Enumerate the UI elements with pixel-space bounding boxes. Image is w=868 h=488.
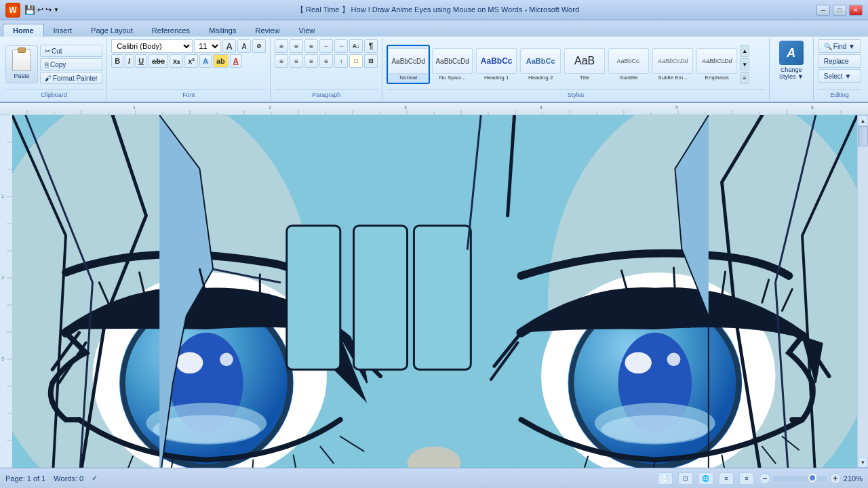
- replace-button[interactable]: Replace: [818, 54, 861, 68]
- maximize-button[interactable]: □: [833, 5, 846, 16]
- zoom-out-button[interactable]: −: [760, 473, 770, 484]
- view-print-button[interactable]: 📄: [658, 472, 673, 485]
- change-styles-button[interactable]: A ChangeStyles ▼: [774, 39, 809, 81]
- style-subtitle-label: Subtitle: [620, 75, 638, 81]
- multilevel-button[interactable]: ≡: [304, 39, 318, 53]
- highlight-button[interactable]: ab: [213, 54, 229, 68]
- minimize-button[interactable]: ─: [816, 5, 830, 16]
- copy-button[interactable]: ⎘Copy: [40, 58, 102, 70]
- scroll-track[interactable]: [858, 126, 868, 457]
- undo-btn[interactable]: ↩: [37, 5, 43, 14]
- tab-view[interactable]: View: [290, 24, 325, 37]
- window-controls: ─ □ ✕: [816, 5, 863, 16]
- style-title[interactable]: AaB Title: [563, 45, 606, 84]
- font-color-button[interactable]: A: [230, 54, 242, 68]
- view-web-button[interactable]: 🌐: [698, 472, 713, 485]
- svg-point-64: [220, 352, 233, 366]
- style-heading1[interactable]: AaBbCc Heading 1: [475, 45, 518, 84]
- style-subtitle[interactable]: AaBbCc. Subtitle: [607, 45, 650, 84]
- sort-button[interactable]: A↓: [349, 39, 363, 53]
- style-normal[interactable]: AaBbCcDd Normal: [387, 45, 430, 84]
- paste-button[interactable]: Paste: [5, 45, 38, 83]
- grow-font-button[interactable]: A: [222, 39, 236, 53]
- svg-rect-75: [354, 226, 408, 369]
- svg-point-63: [176, 352, 203, 374]
- svg-point-66: [153, 415, 260, 444]
- justify-button[interactable]: ≡: [319, 54, 333, 68]
- quick-access-dropdown[interactable]: ▼: [54, 7, 59, 13]
- strikethrough-button[interactable]: abc: [149, 54, 168, 68]
- style-subtle-em[interactable]: AaBbCcDd Subtle Em...: [651, 45, 694, 84]
- change-styles-label: ChangeStyles ▼: [779, 66, 804, 80]
- font-family-select[interactable]: Calibri (Body): [111, 39, 193, 53]
- zoom-controls: − + 210%: [760, 473, 863, 484]
- tab-mailings[interactable]: Mailings: [199, 24, 245, 37]
- select-button[interactable]: Select ▼: [818, 69, 861, 83]
- style-subtitle-preview: AaBbCc.: [608, 48, 649, 74]
- shrink-font-button[interactable]: A: [237, 39, 251, 53]
- save-quick-btn[interactable]: 💾: [24, 5, 35, 15]
- line-spacing-button[interactable]: ↕: [334, 54, 348, 68]
- style-heading2[interactable]: AaBbCc Heading 2: [519, 45, 562, 84]
- editing-actions: 🔍Find ▼ Replace Select ▼: [818, 39, 861, 83]
- superscript-button[interactable]: x²: [184, 54, 198, 68]
- tab-references[interactable]: References: [142, 24, 199, 37]
- styles-scroll: ▲ ▼ ≡: [740, 45, 749, 84]
- svg-point-71: [667, 352, 681, 366]
- style-subtle-em-preview: AaBbCcDd: [652, 48, 693, 74]
- zoom-slider[interactable]: [773, 476, 827, 481]
- svg-text:1: 1: [1, 194, 4, 199]
- decrease-indent-button[interactable]: ←: [319, 39, 333, 53]
- show-hide-button[interactable]: ¶: [364, 39, 378, 53]
- styles-more[interactable]: ≡: [740, 72, 749, 84]
- align-right-button[interactable]: ≡: [304, 54, 318, 68]
- style-no-spacing[interactable]: AaBbCcDd No Spaci...: [431, 45, 474, 84]
- tab-review[interactable]: Review: [245, 24, 289, 37]
- tab-home[interactable]: Home: [3, 24, 44, 37]
- font-size-select[interactable]: 11: [194, 39, 221, 53]
- style-emphasis[interactable]: AaBbCcDd Emphasis: [695, 45, 738, 84]
- zoom-in-button[interactable]: +: [830, 473, 841, 484]
- cut-button[interactable]: ✂Cut: [40, 45, 102, 57]
- italic-button[interactable]: I: [125, 54, 134, 68]
- editing-group: 🔍Find ▼ Replace Select ▼ Editing: [815, 38, 865, 100]
- bullets-button[interactable]: ≡: [275, 39, 288, 53]
- clipboard-label: Clipboard: [5, 89, 102, 99]
- styles-group: AaBbCcDd Normal AaBbCcDd No Spaci... AaB…: [384, 38, 770, 100]
- align-left-button[interactable]: ≡: [275, 54, 288, 68]
- scroll-thumb[interactable]: [858, 126, 868, 146]
- spell-check-icon[interactable]: ✓: [92, 474, 98, 483]
- scroll-down-arrow[interactable]: ▼: [858, 457, 868, 468]
- svg-point-73: [601, 415, 709, 444]
- find-button[interactable]: 🔍Find ▼: [818, 39, 861, 53]
- scrollbar-right[interactable]: ▲ ▼: [857, 115, 868, 468]
- status-right: 📄 ⊡ 🌐 ≡ ≡ − + 210%: [658, 472, 863, 485]
- style-title-label: Title: [580, 75, 590, 81]
- close-button[interactable]: ✕: [849, 5, 863, 16]
- text-effects-button[interactable]: A: [199, 54, 212, 68]
- scroll-up-arrow[interactable]: ▲: [858, 115, 868, 126]
- tab-insert[interactable]: Insert: [44, 24, 82, 37]
- svg-text:5: 5: [675, 105, 678, 110]
- view-outline-button[interactable]: ≡: [719, 472, 734, 485]
- clear-format-button[interactable]: ⊘: [252, 39, 266, 53]
- format-painter-button[interactable]: 🖌Format Painter: [40, 72, 102, 84]
- shading-button[interactable]: □: [349, 54, 363, 68]
- styles-scroll-up[interactable]: ▲: [740, 45, 749, 57]
- underline-button[interactable]: U: [135, 54, 147, 68]
- style-title-preview: AaB: [564, 48, 605, 74]
- subscript-button[interactable]: x₂: [170, 54, 183, 68]
- center-button[interactable]: ≡: [290, 54, 303, 68]
- view-draft-button[interactable]: ≡: [739, 472, 754, 485]
- styles-scroll-down[interactable]: ▼: [740, 58, 749, 70]
- tab-page-layout[interactable]: Page Layout: [81, 24, 142, 37]
- bold-button[interactable]: B: [111, 54, 123, 68]
- svg-point-70: [625, 352, 651, 374]
- increase-indent-button[interactable]: →: [334, 39, 348, 53]
- borders-button[interactable]: ⊟: [364, 54, 378, 68]
- document-canvas: [12, 115, 857, 468]
- numbering-button[interactable]: ≡: [290, 39, 303, 53]
- view-fullscreen-button[interactable]: ⊡: [678, 472, 693, 485]
- document-area: [12, 115, 857, 468]
- redo-btn[interactable]: ↪: [45, 5, 52, 14]
